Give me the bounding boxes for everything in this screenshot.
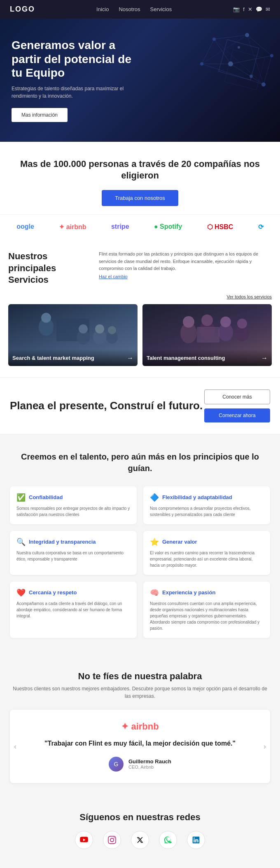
services-heading: Nuestros principales Servicios bbox=[8, 251, 91, 286]
service-card-label-talent: Talent management consulting bbox=[147, 355, 225, 361]
logo-hsbc: ⬡ HSBC bbox=[207, 223, 233, 231]
svg-point-16 bbox=[270, 54, 273, 57]
cercania-desc: Acompañamos a cada cliente a través del … bbox=[16, 601, 130, 619]
service-card-overlay-search: Search & talent market mapping → bbox=[8, 350, 138, 366]
svg-point-23 bbox=[41, 313, 51, 323]
svg-point-36 bbox=[220, 317, 231, 327]
testimonial-subtitle: Nuestros clientes son nuestros mejores e… bbox=[10, 685, 270, 700]
twitter-x-icon bbox=[136, 836, 144, 844]
testimonial-title: No te fíes de nuestra palabra bbox=[10, 671, 270, 682]
youtube-icon bbox=[80, 836, 88, 844]
email-icon[interactable]: ✉ bbox=[266, 6, 270, 12]
testimonial-quote: "Trabajar con Flint es muy fácil, la mej… bbox=[23, 739, 257, 748]
social-icons bbox=[10, 831, 270, 849]
social-section: Síguenos en nuestras redes bbox=[0, 800, 280, 861]
svg-rect-39 bbox=[197, 327, 219, 343]
flexibilidad-name: Flexibilidad y adaptabilidad bbox=[162, 494, 232, 500]
flexibilidad-desc: Nos comprometemos a desarrollar proyecto… bbox=[150, 505, 264, 518]
integridad-icon: 🔍 bbox=[16, 537, 26, 547]
valor-desc: El valor es nuestro camino para recorrer… bbox=[150, 550, 264, 568]
values-section: Creemos en el talento, pero aún más en l… bbox=[0, 434, 280, 655]
service-card-arrow-search: → bbox=[127, 354, 133, 362]
facebook-icon[interactable]: f bbox=[243, 6, 245, 12]
cta-title: Planea el presente, Construí el futuro. bbox=[10, 399, 203, 412]
svg-point-32 bbox=[183, 316, 194, 328]
testimonial-section: No te fíes de nuestra palabra Nuestros c… bbox=[0, 655, 280, 800]
value-card-confiabilidad: ✅ Confiabilidad Somos responsables por e… bbox=[10, 486, 137, 524]
value-card-experiencia: 🧠 Experiencia y pasión Nuestros consulto… bbox=[143, 582, 270, 638]
experiencia-icon: 🧠 bbox=[150, 588, 159, 597]
cta-banner: Planea el presente, Construí el futuro. … bbox=[0, 378, 280, 434]
value-card-cercania: ❤️ Cercanía y respeto Acompañamos a cada… bbox=[10, 582, 137, 638]
nav-inicio[interactable]: Inicio bbox=[96, 6, 109, 12]
services-description: Flint esta formado por las prácticas y p… bbox=[99, 251, 272, 286]
service-card-label-search: Search & talent market mapping bbox=[12, 355, 94, 361]
flexibilidad-icon: 🔷 bbox=[150, 493, 159, 502]
cta-text: Planea el presente, Construí el futuro. bbox=[10, 399, 203, 412]
nav-links: Inicio Nosotros Servicios bbox=[96, 6, 172, 12]
cercania-icon: ❤️ bbox=[16, 588, 26, 597]
service-card-search[interactable]: Search & talent market mapping → bbox=[8, 304, 138, 366]
view-all-services-link[interactable]: Ver todos los servicios bbox=[227, 294, 272, 299]
testimonial-prev-button[interactable]: ‹ bbox=[14, 742, 16, 751]
services-desc-text: Flint esta formado por las prácticas y p… bbox=[99, 251, 272, 272]
cercania-name: Cercanía y respeto bbox=[29, 589, 77, 596]
hero-content: Generamos valor a partir del potencial d… bbox=[12, 38, 268, 122]
service-card-arrow-talent: → bbox=[261, 354, 268, 362]
author-name: Guillermo Rauch bbox=[128, 758, 171, 765]
services-change-link[interactable]: Haz el cambio bbox=[99, 274, 128, 279]
service-talent-svg bbox=[142, 306, 272, 356]
testimonial-card: ‹ › ✦ airbnb "Trabajar con Flint es muy … bbox=[10, 710, 270, 783]
value-card-flexibilidad: 🔷 Flexibilidad y adaptabilidad Nos compr… bbox=[143, 486, 270, 524]
svg-point-34 bbox=[201, 314, 213, 326]
hero-subtitle: Estrategias de talento diseñadas para ma… bbox=[12, 85, 127, 100]
nav-servicios[interactable]: Servicios bbox=[150, 6, 172, 12]
logo-extra: ⟳ bbox=[258, 223, 264, 231]
comenzar-ahora-button[interactable]: Comenzar ahora bbox=[204, 408, 270, 422]
confiabilidad-name: Confiabilidad bbox=[29, 494, 63, 500]
youtube-icon-button[interactable] bbox=[75, 831, 93, 849]
nav-social-icons: 📷 f ✕ 💬 ✉ bbox=[233, 6, 270, 12]
logo-airbnb: ✦ airbnb bbox=[59, 223, 86, 231]
svg-point-38 bbox=[237, 319, 247, 328]
logo-stripe: stripe bbox=[111, 223, 129, 230]
testimonial-next-button[interactable]: › bbox=[264, 742, 266, 751]
twitter-icon-button[interactable] bbox=[131, 831, 149, 849]
cta-buttons: Conocer más Comenzar ahora bbox=[204, 389, 270, 422]
nav-nosotros[interactable]: Nosotros bbox=[119, 6, 140, 12]
hero-title: Generamos valor a partir del potencial d… bbox=[12, 38, 143, 80]
testimonial-author: G Guillermo Rauch CEO, Airbnb bbox=[23, 757, 257, 772]
valor-name: Generar valor bbox=[162, 539, 197, 545]
experiencia-desc: Nuestros consultores cuentan con una amp… bbox=[150, 601, 264, 631]
integridad-name: Integridad y transparencia bbox=[29, 539, 96, 545]
navbar: LOGO Inicio Nosotros Servicios 📷 f ✕ 💬 ✉ bbox=[0, 0, 280, 19]
twitter-icon[interactable]: ✕ bbox=[248, 6, 252, 12]
service-card-talent[interactable]: Talent management consulting → bbox=[142, 304, 272, 366]
conocer-mas-button[interactable]: Conocer más bbox=[204, 389, 270, 404]
whatsapp-icon[interactable]: 💬 bbox=[256, 6, 262, 12]
svg-point-15 bbox=[245, 33, 249, 37]
footer: ARGENTINA Paraguay 2041 piso 10 - E Buen… bbox=[0, 861, 280, 868]
instagram-icon[interactable]: 📷 bbox=[233, 6, 240, 12]
value-card-valor: ⭐ Generar valor El valor es nuestro cami… bbox=[143, 531, 270, 575]
logo-google: oogle bbox=[16, 223, 34, 230]
whatsapp-icon-button[interactable] bbox=[159, 831, 177, 849]
trabaja-button[interactable]: Trabaja con nosotros bbox=[102, 190, 178, 206]
svg-point-26 bbox=[79, 324, 88, 333]
valor-icon: ⭐ bbox=[150, 537, 159, 547]
service-card-overlay-talent: Talent management consulting → bbox=[142, 350, 272, 366]
logo-spotify: ● Spotify bbox=[154, 223, 182, 230]
confiabilidad-desc: Somos responsables por entregar proyecto… bbox=[16, 505, 130, 518]
instagram-icon bbox=[108, 836, 116, 844]
experiencia-name: Experiencia y pasión bbox=[162, 589, 215, 596]
linkedin-icon bbox=[192, 836, 200, 844]
whatsapp-icon bbox=[164, 836, 172, 844]
hero-cta-button[interactable]: Mas información bbox=[12, 108, 68, 122]
airbnb-logo-text: ✦ airbnb bbox=[121, 721, 159, 732]
linkedin-icon-button[interactable] bbox=[187, 831, 205, 849]
stats-section: Mas de 100.000 personas a través de 20 c… bbox=[0, 142, 280, 214]
testimonial-brand-logo: ✦ airbnb bbox=[23, 721, 257, 732]
social-title: Síguenos en nuestras redes bbox=[10, 812, 270, 823]
instagram-icon-button[interactable] bbox=[103, 831, 121, 849]
svg-point-28 bbox=[95, 324, 104, 333]
